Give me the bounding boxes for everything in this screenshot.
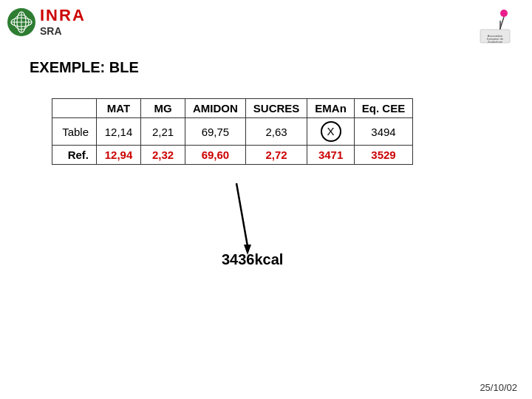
footer-date: 25/10/02: [480, 382, 517, 393]
inra-logo: INRA SRA: [7, 7, 86, 37]
annotation-label: 3436kcal: [222, 251, 283, 268]
footer: 25/10/02: [480, 382, 517, 393]
col-mat: MAT: [97, 99, 141, 118]
inra-text-block: INRA SRA: [40, 7, 86, 37]
data-table: MAT MG AMIDON SUCRES EMAn Eq. CEE Table …: [52, 98, 413, 165]
circled-value: X: [321, 121, 341, 142]
col-amidon: AMIDON: [185, 99, 246, 118]
page-title: EXEMPLE: BLE: [30, 59, 502, 76]
main-content: EXEMPLE: BLE MAT MG AMIDON SUCRES EMAn E…: [0, 44, 532, 283]
col-mg: MG: [141, 99, 185, 118]
svg-text:Zootechnie: Zootechnie: [488, 40, 503, 44]
svg-line-13: [236, 183, 248, 246]
cell-sucres-table: 2,63: [245, 118, 307, 146]
cell-eman-ref: 3471: [307, 146, 355, 165]
row-label-ref: Ref.: [52, 146, 97, 165]
row-label-table: Table: [52, 118, 97, 146]
cell-eman-table: X: [307, 118, 355, 146]
sra-label: SRA: [40, 25, 86, 37]
cell-mat-ref: 12,94: [97, 146, 141, 165]
cell-amidon-ref: 69,60: [185, 146, 246, 165]
annotation-area: 3436kcal: [177, 180, 502, 268]
inra-logo-icon: [9, 10, 34, 35]
table-row: Table 12,14 2,21 69,75 2,63 X 3494: [52, 118, 413, 146]
col-sucres: SUCRES: [245, 99, 307, 118]
inra-logo-circle: [7, 8, 35, 36]
table-header-row: MAT MG AMIDON SUCRES EMAn Eq. CEE: [52, 99, 413, 118]
col-eman: EMAn: [307, 99, 355, 118]
ref-row: Ref. 12,94 2,32 69,60 2,72 3471 3529: [52, 146, 413, 165]
col-eq-cee: Eq. CEE: [354, 99, 412, 118]
header: INRA SRA Association française de Zootec…: [0, 0, 532, 44]
table-container: MAT MG AMIDON SUCRES EMAn Eq. CEE Table …: [52, 98, 502, 165]
svg-point-6: [500, 10, 508, 17]
cell-eqcee-ref: 3529: [354, 146, 412, 165]
cell-mg-table: 2,21: [141, 118, 185, 146]
col-empty: [52, 99, 97, 118]
cell-mat-table: 12,14: [97, 118, 141, 146]
inra-label: INRA: [40, 7, 86, 24]
cell-eqcee-table: 3494: [354, 118, 412, 146]
cell-mg-ref: 2,32: [141, 146, 185, 165]
cell-sucres-ref: 2,72: [245, 146, 307, 165]
afz-logo: Association française de Zootechnie: [458, 7, 517, 44]
cell-amidon-table: 69,75: [185, 118, 246, 146]
afz-logo-svg: Association française de Zootechnie: [458, 7, 517, 44]
arrow-svg: [177, 180, 296, 261]
